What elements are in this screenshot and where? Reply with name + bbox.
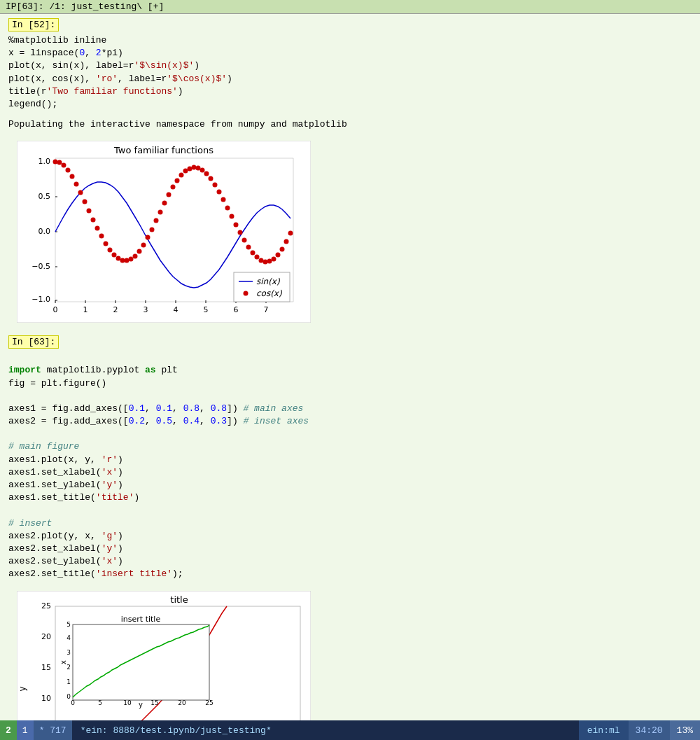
svg-text:0.5: 0.5 — [38, 192, 51, 201]
svg-point-30 — [57, 160, 62, 165]
svg-point-61 — [188, 167, 192, 172]
svg-text:cos(x): cos(x) — [256, 288, 282, 298]
svg-text:2: 2 — [66, 664, 71, 671]
svg-text:25: 25 — [41, 601, 51, 610]
svg-text:y: y — [139, 701, 143, 708]
svg-point-71 — [230, 214, 234, 219]
svg-point-83 — [280, 247, 285, 252]
svg-text:insert title: insert title — [121, 615, 161, 624]
svg-text:4: 4 — [66, 634, 71, 641]
svg-point-45 — [120, 258, 125, 263]
svg-point-77 — [255, 255, 260, 260]
svg-point-63 — [196, 166, 201, 171]
svg-point-47 — [129, 257, 134, 262]
svg-point-75 — [246, 245, 251, 250]
svg-point-66 — [209, 176, 214, 181]
svg-point-44 — [116, 256, 121, 261]
svg-point-38 — [91, 218, 96, 223]
svg-point-35 — [78, 190, 83, 195]
svg-point-42 — [108, 248, 113, 253]
svg-text:5: 5 — [66, 621, 71, 628]
svg-point-57 — [171, 185, 176, 190]
output-namespace-text: Populating the interactive namespace fro… — [8, 118, 694, 132]
svg-text:7: 7 — [264, 305, 269, 314]
svg-point-34 — [74, 182, 79, 187]
status-position: 34:20 — [629, 720, 670, 740]
svg-text:4: 4 — [174, 305, 178, 314]
svg-point-84 — [284, 239, 289, 244]
svg-point-59 — [179, 173, 184, 178]
svg-text:1.0: 1.0 — [38, 157, 51, 166]
cell-52-input: In [52]: %matplotlib inline x = linspace… — [0, 14, 700, 115]
svg-point-46 — [125, 258, 130, 263]
status-indicator: * 717 — [34, 720, 72, 740]
chart-1-container: Two familiar functions 1.0 0.5 0.0 −0.5 … — [17, 141, 700, 326]
cell-52-code: %matplotlib inline x = linspace(0, 2*pi)… — [8, 33, 694, 112]
svg-point-67 — [213, 183, 218, 188]
svg-text:10: 10 — [41, 694, 51, 703]
svg-text:−0.5: −0.5 — [31, 262, 50, 271]
svg-point-68 — [217, 190, 222, 195]
svg-point-78 — [259, 258, 264, 263]
cell-63-label: In [63]: — [8, 335, 59, 349]
cell-63-input: In [63]: import matplotlib.pyplot as plt… — [0, 331, 700, 585]
svg-text:0: 0 — [53, 305, 58, 314]
svg-point-29 — [53, 160, 58, 165]
svg-point-40 — [99, 234, 104, 239]
svg-point-81 — [272, 257, 276, 262]
svg-point-74 — [242, 238, 247, 243]
notebook: In [52]: %matplotlib inline x = linspace… — [0, 14, 700, 740]
svg-point-85 — [288, 231, 293, 236]
status-right: ein:ml 34:20 13% — [579, 720, 700, 740]
svg-point-53 — [154, 218, 159, 223]
svg-point-80 — [267, 259, 272, 264]
svg-text:20: 20 — [178, 699, 186, 706]
svg-point-64 — [200, 168, 205, 173]
svg-point-82 — [276, 253, 281, 258]
svg-point-58 — [175, 179, 180, 183]
svg-text:6: 6 — [234, 305, 239, 314]
svg-text:3: 3 — [66, 649, 71, 656]
svg-point-43 — [112, 253, 117, 258]
svg-point-60 — [183, 169, 188, 174]
svg-text:sin(x): sin(x) — [256, 277, 280, 286]
svg-point-49 — [137, 249, 142, 254]
title-bar: IP[63]: /1: just_testing\ [+] — [0, 0, 700, 14]
svg-text:5: 5 — [98, 699, 102, 706]
svg-text:25: 25 — [205, 699, 213, 706]
svg-point-73 — [238, 230, 243, 235]
svg-rect-108 — [73, 624, 209, 700]
svg-text:20: 20 — [41, 632, 51, 641]
svg-point-39 — [95, 226, 100, 231]
svg-text:Two familiar functions: Two familiar functions — [113, 145, 214, 155]
svg-text:0.0: 0.0 — [38, 227, 51, 236]
svg-text:title: title — [170, 594, 188, 605]
status-bar: 2 1 * 717 *ein: 8888/test.ipynb/just_tes… — [0, 720, 700, 740]
svg-text:3: 3 — [144, 305, 148, 314]
svg-text:1: 1 — [66, 678, 71, 685]
svg-point-70 — [225, 206, 230, 211]
svg-point-72 — [234, 223, 239, 228]
svg-point-54 — [158, 210, 163, 215]
svg-point-50 — [141, 243, 146, 248]
cell-63-code: import matplotlib.pyplot as plt fig = pl… — [8, 350, 694, 582]
svg-point-32 — [66, 168, 71, 173]
chart-2-svg: title y x 0 5 10 15 20 25 0 1 2 3 4 5 — [17, 591, 311, 741]
status-percent: 13% — [670, 720, 700, 740]
svg-point-76 — [251, 251, 255, 256]
chart-1-svg: Two familiar functions 1.0 0.5 0.0 −0.5 … — [17, 141, 311, 323]
title-text: IP[63]: /1: just_testing\ [+] — [6, 1, 164, 12]
svg-point-52 — [150, 228, 155, 232]
svg-point-69 — [221, 197, 226, 202]
svg-point-33 — [70, 174, 75, 179]
svg-point-65 — [204, 172, 209, 176]
svg-point-62 — [192, 165, 197, 170]
svg-point-79 — [263, 260, 268, 265]
status-vim-mode: ein:ml — [579, 720, 629, 740]
cell-52-output-text: Populating the interactive namespace fro… — [0, 115, 700, 135]
status-mode-1: 2 — [0, 720, 17, 740]
svg-point-31 — [62, 163, 66, 168]
status-mode-2: 1 — [17, 720, 34, 740]
svg-point-56 — [167, 193, 172, 197]
svg-point-37 — [87, 209, 92, 214]
